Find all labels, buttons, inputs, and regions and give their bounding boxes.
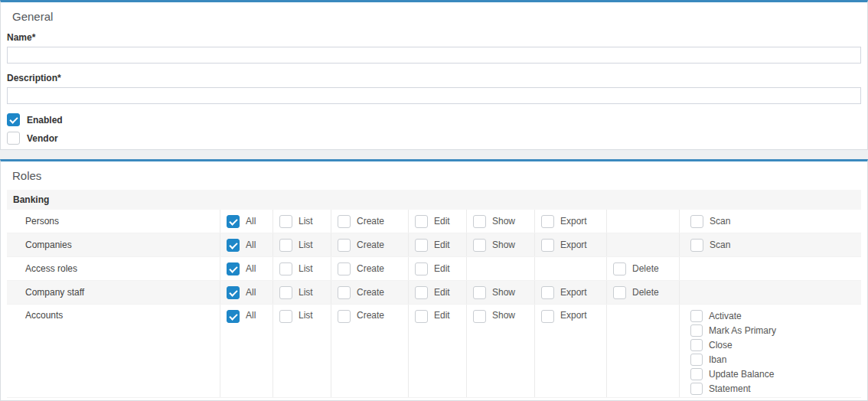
cell-companies-edit: Edit	[409, 233, 467, 256]
vendor-checkbox[interactable]	[7, 132, 20, 145]
perm-row-company-staff: Company staff All List Create Edit	[7, 281, 861, 305]
cell-company-staff-delete: Delete	[607, 281, 680, 304]
accounts-show-label: Show	[492, 310, 515, 321]
access-roles-all-label: All	[246, 263, 256, 274]
access-roles-edit-checkbox[interactable]	[415, 262, 428, 275]
cell-persons-scan: Scan	[680, 210, 861, 233]
row-label-access-roles: Access roles	[7, 257, 220, 280]
description-input[interactable]	[7, 87, 861, 104]
company-staff-all-checkbox[interactable]	[227, 286, 240, 299]
cell-persons-delete-empty	[607, 210, 680, 233]
row-label-companies: Companies	[7, 233, 220, 256]
perm-row-companies: Companies All List Create Edit	[7, 233, 861, 257]
company-staff-list-label: List	[299, 287, 313, 298]
persons-all-checkbox[interactable]	[227, 215, 240, 228]
persons-show-checkbox[interactable]	[473, 215, 486, 228]
companies-edit-checkbox[interactable]	[415, 239, 428, 252]
cell-persons-all: All	[220, 210, 273, 233]
persons-create-checkbox[interactable]	[338, 215, 351, 228]
cell-company-staff-export: Export	[535, 281, 607, 304]
companies-all-checkbox[interactable]	[227, 239, 240, 252]
accounts-update-balance-checkbox[interactable]	[690, 368, 703, 380]
accounts-close-label: Close	[709, 340, 733, 350]
cell-accounts-list: List	[273, 305, 331, 397]
description-label: Description*	[7, 73, 861, 83]
companies-show-label: Show	[492, 240, 515, 250]
persons-export-checkbox[interactable]	[541, 215, 554, 228]
company-staff-edit-checkbox[interactable]	[415, 286, 428, 299]
accounts-close-checkbox[interactable]	[690, 339, 703, 351]
accounts-all-label: All	[246, 310, 256, 321]
accounts-activate-checkbox[interactable]	[690, 310, 703, 322]
company-staff-create-checkbox[interactable]	[338, 286, 351, 299]
access-roles-delete-checkbox[interactable]	[613, 262, 626, 275]
cell-access-roles-edit: Edit	[409, 257, 467, 280]
cell-accounts-export: Export	[535, 305, 607, 397]
vendor-checkbox-label: Vendor	[27, 133, 58, 144]
cell-accounts-delete-empty	[607, 305, 680, 397]
perm-row-accounts: Accounts All List Create Edit	[7, 305, 861, 398]
cell-company-staff-show: Show	[467, 281, 535, 304]
cell-accounts-all: All	[220, 305, 273, 397]
company-staff-show-checkbox[interactable]	[473, 286, 486, 299]
cell-accounts-create: Create	[331, 305, 409, 397]
persons-scan-label: Scan	[710, 216, 730, 227]
access-roles-all-checkbox[interactable]	[227, 262, 240, 275]
cell-access-roles-scan-empty	[680, 257, 861, 280]
cell-accounts-edit: Edit	[409, 305, 467, 397]
companies-all-label: All	[246, 240, 256, 250]
name-label: Name*	[7, 32, 861, 43]
enabled-checkbox[interactable]	[7, 113, 20, 126]
accounts-create-label: Create	[357, 310, 384, 321]
accounts-export-label: Export	[560, 310, 587, 321]
accounts-activate-label: Activate	[709, 311, 742, 321]
access-roles-list-checkbox[interactable]	[279, 262, 292, 275]
persons-edit-checkbox[interactable]	[415, 215, 428, 228]
company-staff-edit-label: Edit	[434, 287, 450, 298]
cell-persons-edit: Edit	[409, 210, 467, 233]
access-roles-create-checkbox[interactable]	[338, 262, 351, 275]
perm-row-access-roles: Access roles All List Create Edit	[7, 257, 861, 281]
accounts-all-checkbox[interactable]	[227, 310, 240, 323]
accounts-extra-actions: Activate Mark As Primary Close Iban	[690, 310, 776, 397]
cell-accounts-show: Show	[467, 305, 535, 397]
company-staff-export-checkbox[interactable]	[541, 286, 554, 299]
row-label-accounts: Accounts	[7, 305, 220, 397]
company-staff-list-checkbox[interactable]	[279, 286, 292, 299]
companies-export-checkbox[interactable]	[541, 239, 554, 252]
persons-list-checkbox[interactable]	[279, 215, 292, 228]
group-header-banking: Banking	[7, 190, 861, 210]
accounts-mark-as-primary-checkbox[interactable]	[690, 324, 703, 337]
perm-row-persons: Persons All List Create Edit	[7, 210, 861, 233]
accounts-show-checkbox[interactable]	[473, 310, 486, 323]
company-staff-all-label: All	[246, 287, 256, 298]
accounts-create-checkbox[interactable]	[338, 310, 351, 323]
companies-scan-checkbox[interactable]	[690, 239, 703, 252]
extra-item-mark-as-primary: Mark As Primary	[690, 324, 776, 337]
accounts-list-checkbox[interactable]	[279, 310, 292, 323]
accounts-statement-checkbox[interactable]	[690, 383, 703, 395]
extra-item-statement: Statement	[690, 383, 776, 395]
cell-access-roles-export-empty	[535, 257, 607, 280]
companies-show-checkbox[interactable]	[473, 239, 486, 252]
name-field-group: Name*	[7, 32, 861, 64]
companies-create-checkbox[interactable]	[338, 239, 351, 252]
accounts-mark-as-primary-label: Mark As Primary	[709, 325, 776, 336]
cell-persons-list: List	[273, 210, 331, 233]
cell-company-staff-all: All	[220, 281, 273, 304]
companies-list-checkbox[interactable]	[279, 239, 292, 252]
company-staff-delete-checkbox[interactable]	[613, 286, 626, 299]
access-roles-delete-label: Delete	[632, 263, 659, 274]
cell-access-roles-all: All	[220, 257, 273, 280]
accounts-update-balance-label: Update Balance	[709, 369, 774, 380]
general-section: General Name* Description* Enabled Vendo…	[0, 0, 868, 150]
accounts-export-checkbox[interactable]	[541, 310, 554, 323]
accounts-iban-checkbox[interactable]	[690, 354, 703, 366]
companies-scan-label: Scan	[710, 240, 730, 250]
persons-scan-checkbox[interactable]	[690, 215, 703, 228]
name-input[interactable]	[7, 47, 861, 64]
cell-accounts-extra: Activate Mark As Primary Close Iban	[680, 305, 861, 397]
accounts-edit-checkbox[interactable]	[415, 310, 428, 323]
row-label-company-staff: Company staff	[7, 281, 220, 304]
general-section-body: Name* Description* Enabled Vendor	[1, 24, 867, 150]
